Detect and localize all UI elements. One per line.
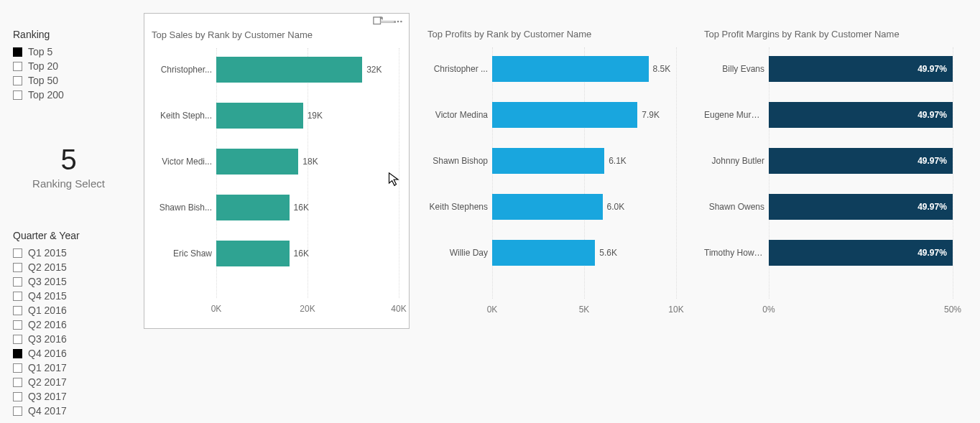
bar-row: Christopher ...8.5K: [427, 53, 676, 85]
bar[interactable]: [492, 56, 649, 82]
bar-track: 6.0K: [492, 191, 676, 223]
svg-point-3: [400, 21, 402, 23]
bar-row: Eugene Murphy49.97%: [704, 99, 953, 131]
quarter-label: Q1 2017: [28, 361, 67, 375]
ranking-select-card: 5 Ranking Select: [13, 144, 124, 190]
bar-row: Eric Shaw16K: [152, 238, 399, 269]
ranking-label: Top 5: [28, 45, 52, 59]
chart-visual[interactable]: Top Profit Margins by Rank by Customer N…: [697, 13, 963, 329]
quarter-label: Q3 2015: [28, 274, 67, 289]
checkbox-icon: [13, 90, 22, 100]
x-tick-label: 20K: [300, 304, 315, 314]
chart-plot: Billy Evans49.97%Eugene Murphy49.97%John…: [704, 47, 953, 299]
ranking-option[interactable]: Top 5: [13, 45, 135, 59]
data-label: 32K: [366, 65, 382, 75]
bar[interactable]: 49.97%: [769, 56, 953, 82]
y-axis-label: Keith Steph...: [152, 111, 216, 121]
ranking-slicer-title: Ranking: [13, 29, 135, 40]
bar-track: 49.97%: [769, 145, 953, 177]
chart-visual[interactable]: Top Profits by Rank by Customer NameChri…: [420, 13, 686, 329]
data-label: 16K: [294, 248, 309, 259]
data-label: 19K: [308, 111, 323, 121]
bar[interactable]: [492, 102, 637, 128]
checkbox-icon: [13, 406, 22, 416]
y-axis-label: Christopher...: [152, 65, 216, 75]
quarter-option[interactable]: Q3 2015: [13, 274, 135, 289]
bar[interactable]: 49.97%: [769, 102, 953, 128]
bar[interactable]: [216, 149, 298, 175]
quarter-option[interactable]: Q2 2015: [13, 260, 135, 274]
ranking-option[interactable]: Top 20: [13, 59, 135, 73]
bar[interactable]: 49.97%: [769, 240, 953, 266]
quarter-option[interactable]: Q1 2016: [13, 303, 135, 317]
ranking-option[interactable]: Top 200: [13, 88, 135, 102]
quarter-option[interactable]: Q2 2017: [13, 375, 135, 389]
bar[interactable]: 49.97%: [769, 194, 953, 220]
quarter-option[interactable]: Q4 2016: [13, 346, 135, 361]
bar-row: Victor Medi...18K: [152, 146, 399, 177]
bar[interactable]: [492, 240, 595, 266]
quarter-option[interactable]: Q4 2017: [13, 404, 135, 418]
data-label: 18K: [302, 157, 318, 167]
data-label: 5.6K: [599, 248, 617, 258]
bar-track: 18K: [216, 146, 399, 177]
bar-track: 6.1K: [492, 145, 676, 177]
y-axis-label: Eric Shaw: [152, 248, 216, 259]
checkbox-icon: [13, 47, 22, 57]
chart-visual[interactable]: Top Sales by Rank by Customer NameChrist…: [144, 13, 410, 329]
y-axis-label: Keith Stephens: [427, 202, 492, 212]
quarter-option[interactable]: Q2 2016: [13, 317, 135, 332]
bar[interactable]: [216, 103, 303, 129]
gridline: [953, 47, 953, 299]
checkbox-icon: [13, 62, 22, 71]
quarter-label: Q4 2017: [28, 404, 67, 418]
y-axis-label: Shawn Owens: [704, 202, 769, 212]
quarter-label: Q4 2016: [28, 346, 67, 361]
bar[interactable]: 49.97%: [769, 148, 953, 174]
quarter-slicer: Quarter & Year Q1 2015Q2 2015Q3 2015Q4 2…: [13, 230, 135, 418]
ranking-slicer-items: Top 5Top 20Top 50Top 200: [13, 45, 135, 102]
card-value: 5: [13, 144, 124, 176]
quarter-option[interactable]: Q1 2017: [13, 361, 135, 375]
x-tick-label: 0K: [211, 304, 222, 314]
checkbox-icon: [13, 392, 22, 401]
ranking-label: Top 200: [28, 88, 64, 102]
bar-row: Keith Steph...19K: [152, 100, 399, 131]
x-tick-label: 50%: [944, 305, 961, 315]
quarter-option[interactable]: Q4 2015: [13, 289, 135, 303]
y-axis-label: Willie Day: [427, 248, 492, 258]
bar[interactable]: [216, 195, 290, 220]
data-label: 49.97%: [917, 110, 947, 120]
y-axis-label: Victor Medi...: [152, 157, 216, 167]
bar-row: Timothy Howard49.97%: [704, 237, 953, 269]
y-axis-label: Shawn Bishop: [427, 156, 492, 166]
quarter-option[interactable]: Q1 2015: [13, 246, 135, 260]
checkbox-icon: [13, 349, 22, 358]
bar-track: 49.97%: [769, 237, 953, 269]
x-tick-label: 0K: [487, 305, 498, 315]
bar[interactable]: [216, 241, 290, 266]
bar-row: Victor Medina7.9K: [427, 99, 676, 131]
bar-track: 5.6K: [492, 237, 676, 269]
bar[interactable]: [492, 148, 604, 174]
quarter-option[interactable]: Q3 2017: [13, 389, 135, 404]
quarter-label: Q3 2017: [28, 389, 67, 404]
svg-point-2: [397, 21, 399, 23]
chart-plot: Christopher ...8.5KVictor Medina7.9KShaw…: [427, 47, 676, 299]
checkbox-icon: [13, 335, 22, 344]
ranking-option[interactable]: Top 50: [13, 73, 135, 88]
quarter-label: Q2 2016: [28, 317, 67, 332]
visual-header: [373, 17, 403, 27]
data-label: 16K: [294, 203, 309, 213]
y-axis-label: Christopher ...: [427, 64, 492, 74]
quarter-option[interactable]: Q3 2016: [13, 332, 135, 346]
bar[interactable]: [492, 194, 603, 220]
x-tick-label: 5K: [579, 305, 590, 315]
bar[interactable]: [216, 57, 362, 83]
chart-area: Top Sales by Rank by Customer NameChrist…: [144, 13, 967, 410]
x-axis: 0K20K40K: [216, 304, 399, 318]
checkbox-icon: [13, 248, 22, 258]
x-tick-label: 40K: [391, 304, 406, 314]
bar-row: Johnny Butler49.97%: [704, 145, 953, 177]
drag-handle-icon[interactable]: [380, 21, 396, 23]
